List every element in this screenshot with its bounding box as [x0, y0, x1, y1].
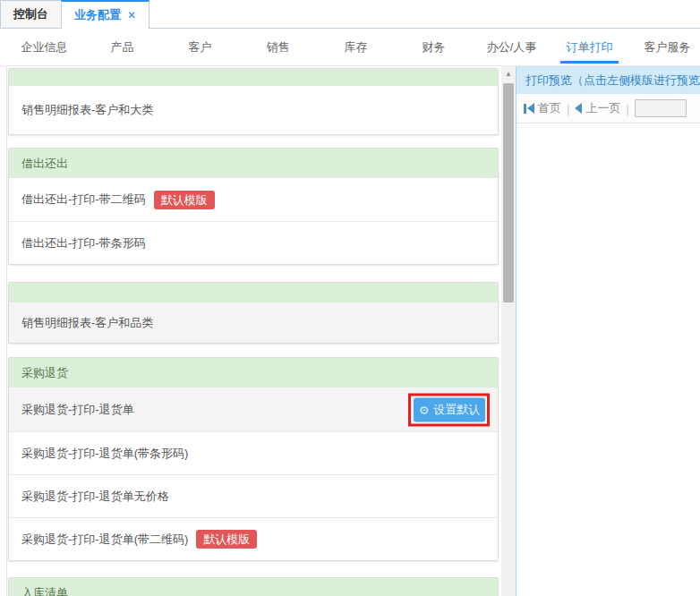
tab-business-config[interactable]: 业务配置 ✕ — [61, 0, 149, 29]
pager-separator: | — [567, 102, 569, 115]
module-nav: 企业信息 产品 客户 销售 库存 财务 办公/人事 订单打印 客户服务 — [0, 29, 700, 66]
group-header-label: 入库清单 — [21, 585, 68, 596]
template-row[interactable]: 采购退货-打印-退货单无价格 — [9, 474, 498, 517]
group-header — [9, 69, 498, 86]
template-row-label: 销售明细报表-客户和大类 — [21, 102, 153, 118]
template-row-label: 销售明细报表-客户和品类 — [21, 315, 153, 331]
prev-page-icon — [575, 103, 582, 114]
nav-label: 产品 — [111, 39, 134, 55]
tab-console-label: 控制台 — [13, 6, 48, 22]
first-page-label: 首页 — [538, 100, 561, 116]
template-group: 入库清单 — [8, 577, 499, 596]
group-header: 借出还出 — [9, 149, 498, 178]
vertical-scrollbar[interactable]: ▲ — [501, 66, 516, 596]
set-default-button[interactable]: ⚙ 设置默认 — [414, 397, 485, 421]
nav-label: 企业信息 — [21, 39, 68, 55]
template-row[interactable]: 采购退货-打印-退货单(带条形码) — [9, 431, 498, 474]
template-row[interactable]: 借出还出-打印-带二维码 默认模版 — [9, 178, 498, 221]
template-row[interactable]: 借出还出-打印-带条形码 — [9, 221, 498, 264]
prev-page-label: 上一页 — [585, 100, 620, 116]
nav-label: 客户 — [189, 39, 212, 55]
group-header — [9, 283, 498, 302]
template-group: 销售明细报表-客户和品类 — [8, 282, 499, 344]
nav-label: 财务 — [423, 39, 446, 55]
scrollbar-thumb[interactable] — [503, 83, 514, 302]
preview-header-title: 打印预览（点击左侧模版进行预览） — [525, 72, 700, 89]
nav-item-product[interactable]: 产品 — [83, 29, 161, 65]
nav-item-order-print[interactable]: 订单打印 — [551, 29, 628, 65]
preview-canvas — [516, 123, 700, 596]
template-row-label: 采购退货-打印-退货单(带条形码) — [21, 446, 188, 462]
gear-icon: ⚙ — [419, 403, 430, 416]
template-row-label: 借出还出-打印-带二维码 — [21, 192, 146, 208]
default-template-badge: 默认模版 — [196, 530, 257, 549]
group-header: 采购退货 — [9, 358, 498, 387]
template-row-label: 借出还出-打印-带条形码 — [21, 235, 146, 251]
nav-label: 订单打印 — [567, 39, 613, 55]
template-row-label: 采购退货-打印-退货单(带二维码) — [21, 532, 188, 548]
preview-header: 打印预览（点击左侧模版进行预览） — [516, 66, 700, 94]
first-page-icon — [524, 103, 534, 114]
nav-item-inventory[interactable]: 库存 — [317, 29, 395, 65]
default-template-badge: 默认模版 — [154, 191, 215, 209]
print-preview-pane: 打印预览（点击左侧模版进行预览） 首页 | 上一页 | — [516, 66, 700, 596]
template-group: 销售明细报表-客户和大类 — [8, 68, 499, 135]
template-group: 采购退货 采购退货-打印-退货单 ⚙ 设置默认 采购退货-打印-退货单(带条形码… — [8, 357, 499, 561]
template-group: 借出还出 借出还出-打印-带二维码 默认模版 借出还出-打印-带条形码 — [8, 148, 499, 265]
tab-business-config-label: 业务配置 — [74, 7, 121, 23]
nav-label: 销售 — [267, 39, 290, 55]
main-area: 销售明细报表-客户和大类 借出还出 借出还出-打印-带二维码 默认模版 借出还出… — [0, 66, 700, 596]
nav-label: 客户服务 — [645, 39, 691, 55]
prev-page-button[interactable]: 上一页 — [575, 100, 620, 116]
set-default-button-label: 设置默认 — [433, 402, 480, 418]
nav-label: 库存 — [345, 39, 368, 55]
nav-label: 办公/人事 — [487, 39, 537, 55]
page-number-input[interactable] — [635, 99, 687, 117]
first-page-button[interactable]: 首页 — [524, 100, 561, 116]
template-row[interactable]: 销售明细报表-客户和品类 — [9, 302, 498, 343]
pager-separator: | — [626, 102, 628, 115]
template-row-label: 采购退货-打印-退货单 — [21, 402, 134, 418]
nav-item-office-hr[interactable]: 办公/人事 — [473, 29, 551, 65]
nav-item-enterprise-info[interactable]: 企业信息 — [5, 29, 83, 65]
preview-pager-toolbar: 首页 | 上一页 | — [516, 94, 700, 123]
template-row[interactable]: 销售明细报表-客户和大类 — [9, 86, 498, 134]
template-list-pane: 销售明细报表-客户和大类 借出还出 借出还出-打印-带二维码 默认模版 借出还出… — [6, 66, 508, 596]
close-icon[interactable]: ✕ — [127, 9, 136, 21]
window-tab-bar: 控制台 业务配置 ✕ — [0, 0, 700, 29]
template-row[interactable]: 采购退货-打印-退货单(带二维码) 默认模版 — [9, 517, 498, 560]
scroll-up-arrow-icon[interactable]: ▲ — [501, 66, 516, 81]
tab-console[interactable]: 控制台 — [0, 0, 61, 28]
nav-item-customer-service[interactable]: 客户服务 — [628, 29, 700, 65]
group-header-label: 借出还出 — [21, 156, 68, 172]
nav-item-finance[interactable]: 财务 — [395, 29, 473, 65]
group-header: 入库清单 — [9, 578, 498, 596]
group-header-label: 采购退货 — [21, 365, 68, 381]
nav-item-customer[interactable]: 客户 — [161, 29, 239, 65]
nav-item-sales[interactable]: 销售 — [239, 29, 317, 65]
template-row[interactable]: 采购退货-打印-退货单 ⚙ 设置默认 — [9, 387, 498, 431]
template-row-label: 采购退货-打印-退货单无价格 — [21, 489, 169, 505]
